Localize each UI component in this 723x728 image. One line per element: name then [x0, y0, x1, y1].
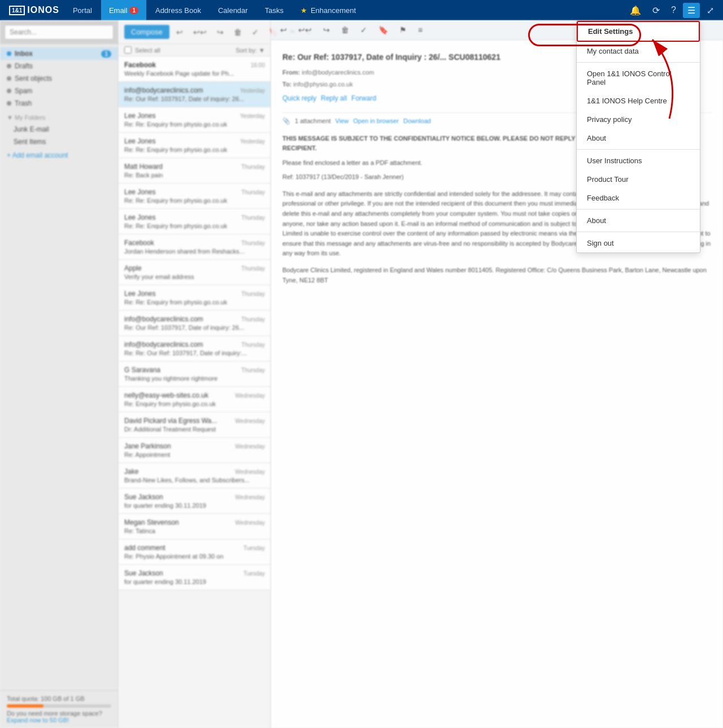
- email-time: Thursday: [241, 265, 265, 272]
- email-item[interactable]: Jake Wednesday Brand-New Likes, Follows,…: [119, 463, 271, 489]
- forward-link[interactable]: Forward: [351, 93, 376, 103]
- email-sender: info@bodycareclinics.com: [124, 86, 203, 94]
- sign-out-item[interactable]: Sign out: [577, 234, 700, 252]
- my-contact-data-item[interactable]: My contact data: [577, 42, 700, 60]
- email-sender: Lee Jones: [124, 213, 155, 221]
- viewer-reply-all-button[interactable]: ↩↩: [295, 24, 315, 36]
- reply-all-link[interactable]: Reply all: [321, 93, 347, 103]
- email-subject: for quarter ending 30.11.2019: [124, 502, 265, 509]
- mark-button[interactable]: ✓: [249, 26, 262, 38]
- email-sender: add comment: [124, 544, 165, 552]
- add-email-account-link[interactable]: + Add email account: [0, 148, 118, 163]
- email-item[interactable]: Megan Stevenson Wednesday Re: Tatinca: [119, 514, 271, 539]
- email-item[interactable]: David Pickard via Egress Wa... Wednesday…: [119, 412, 271, 438]
- edit-settings-item[interactable]: Edit Settings: [577, 21, 700, 42]
- compose-button[interactable]: Compose: [124, 25, 169, 39]
- top-navigation: 1&1 IONOS Portal Email 1 Address Book Ca…: [0, 0, 723, 20]
- my-folders-section: ▼ My Folders: [0, 112, 118, 123]
- viewer-flag-button[interactable]: ⚑: [396, 24, 410, 36]
- email-item[interactable]: info@bodycareclinics.com Thursday Re: Ou…: [119, 311, 271, 336]
- viewer-more-button[interactable]: ≡: [415, 24, 426, 36]
- select-all-checkbox[interactable]: [124, 46, 132, 54]
- about-1-item[interactable]: About: [577, 129, 700, 147]
- sent-items-label: Sent Items: [14, 138, 46, 146]
- help-centre-item[interactable]: 1&1 IONOS Help Centre: [577, 91, 700, 110]
- email-subject: Re: Our Ref: 1037917, Date of inquiry: 2…: [124, 95, 265, 102]
- email-item[interactable]: Lee Jones Yesterday Re: Re: Enquiry from…: [119, 107, 271, 133]
- email-subject: Re: Appointment: [124, 451, 265, 458]
- viewer-bookmark-button[interactable]: 🔖: [375, 24, 391, 36]
- privacy-policy-item[interactable]: Privacy policy: [577, 110, 700, 129]
- email-sender: Megan Stevenson: [124, 518, 179, 526]
- folder-inbox[interactable]: Inbox 1: [0, 47, 118, 60]
- divider-2: [577, 149, 700, 150]
- folder-junk[interactable]: Junk E-mail: [0, 123, 118, 136]
- expand-icon[interactable]: ⤢: [702, 3, 718, 18]
- email-subject: Re: Re: Enquiry from physio.go.co.uk: [124, 223, 265, 229]
- nav-tab-calendar[interactable]: Calendar: [210, 0, 256, 20]
- product-tour-item[interactable]: Product Tour: [577, 170, 700, 189]
- viewer-forward-button[interactable]: ↪: [320, 24, 333, 36]
- folder-trash[interactable]: Trash: [0, 97, 118, 110]
- reply-button[interactable]: ↩: [173, 26, 186, 38]
- email-item[interactable]: Apple Thursday Verify your email address: [119, 260, 271, 285]
- folder-spam[interactable]: Spam: [0, 85, 118, 97]
- about-2-item[interactable]: About: [577, 211, 700, 230]
- email-subject: Re: Our Ref: 1037917, Date of inquiry: 2…: [124, 324, 265, 331]
- email-item[interactable]: G Saravana Thursday Thanking you rightmo…: [119, 361, 271, 387]
- email-item[interactable]: Jane Parkinson Wednesday Re: Appointment: [119, 438, 271, 463]
- nav-tab-enhancement[interactable]: ★ Enhancement: [293, 0, 364, 20]
- email-item[interactable]: Sue Jackson Wednesday for quarter ending…: [119, 489, 271, 514]
- nav-tab-portal[interactable]: Portal: [65, 0, 100, 20]
- open-control-panel-item[interactable]: Open 1&1 IONOS Control Panel: [577, 64, 700, 91]
- email-item[interactable]: nelly@easy-web-sites.co.uk Wednesday Re:…: [119, 387, 271, 412]
- notification-icon[interactable]: 🔔: [625, 3, 646, 18]
- help-icon[interactable]: ?: [667, 3, 681, 18]
- email-subject: Re: Re: Enquiry from physio.go.co.uk: [124, 121, 265, 128]
- folder-sent[interactable]: Sent objects: [0, 72, 118, 85]
- open-in-browser-link[interactable]: Open in browser: [353, 116, 399, 126]
- spam-label: Spam: [15, 87, 32, 95]
- email-item[interactable]: Lee Jones Thursday Re: Re: Enquiry from …: [119, 285, 271, 311]
- email-time: Tuesday: [243, 570, 265, 577]
- email-item[interactable]: Matt Howard Thursday Re: Back pain: [119, 158, 271, 184]
- expand-storage-link[interactable]: Expand now to 50 GB!: [7, 717, 111, 723]
- trash-label: Trash: [15, 99, 32, 107]
- folder-drafts[interactable]: Drafts: [0, 60, 118, 72]
- menu-icon[interactable]: ☰: [683, 3, 700, 18]
- email-time: Yesterday: [240, 88, 265, 94]
- email-item[interactable]: Lee Jones Yesterday Re: Re: Enquiry from…: [119, 133, 271, 158]
- user-instructions-item[interactable]: User Instructions: [577, 151, 700, 170]
- email-item[interactable]: Sue Jackson Tuesday for quarter ending 3…: [119, 565, 271, 590]
- nav-tab-email[interactable]: Email 1: [101, 0, 146, 20]
- email-item[interactable]: info@bodycareclinics.com Yesterday Re: O…: [119, 82, 271, 107]
- email-item[interactable]: Lee Jones Thursday Re: Re: Enquiry from …: [119, 184, 271, 209]
- email-item[interactable]: Lee Jones Thursday Re: Re: Enquiry from …: [119, 209, 271, 234]
- email-item[interactable]: info@bodycareclinics.com Thursday Re: Re…: [119, 336, 271, 361]
- search-input[interactable]: [5, 25, 114, 40]
- email-item[interactable]: add comment Tuesday Re: Physio Appointme…: [119, 539, 271, 565]
- email-subject: Re: Re: Enquiry from physio.go.co.uk: [124, 299, 265, 306]
- viewer-delete-button[interactable]: 🗑: [338, 24, 352, 36]
- folder-sent-items[interactable]: Sent Items: [0, 136, 118, 148]
- refresh-icon[interactable]: ⟳: [648, 3, 664, 18]
- reply-all-button[interactable]: ↩↩: [190, 26, 210, 38]
- email-item[interactable]: Facebook Thursday Jordan Henderson share…: [119, 234, 271, 260]
- delete-button[interactable]: 🗑: [230, 26, 245, 38]
- inbox-count: 1: [101, 50, 111, 58]
- download-attachment-link[interactable]: Download: [403, 116, 431, 126]
- viewer-mark-button[interactable]: ✓: [357, 24, 371, 36]
- logo-text: IONOS: [27, 5, 59, 15]
- nav-tab-addressbook[interactable]: Address Book: [147, 0, 209, 20]
- view-attachment-link[interactable]: View: [336, 116, 349, 126]
- forward-button[interactable]: ↪: [214, 26, 227, 38]
- email-time: Thursday: [241, 240, 265, 246]
- email-time: Wednesday: [235, 520, 265, 526]
- email-item[interactable]: Facebook 16:00 Weekly Facebook Page upda…: [119, 56, 271, 82]
- email-subject: Re: Re: Our Ref: 1037917, Date of inquir…: [124, 350, 265, 356]
- quick-reply-link[interactable]: Quick reply: [282, 93, 316, 103]
- feedback-item[interactable]: Feedback: [577, 189, 700, 207]
- sidebar-search-area: [0, 20, 118, 44]
- nav-tab-tasks[interactable]: Tasks: [257, 0, 291, 20]
- viewer-reply-button[interactable]: ↩: [277, 24, 290, 36]
